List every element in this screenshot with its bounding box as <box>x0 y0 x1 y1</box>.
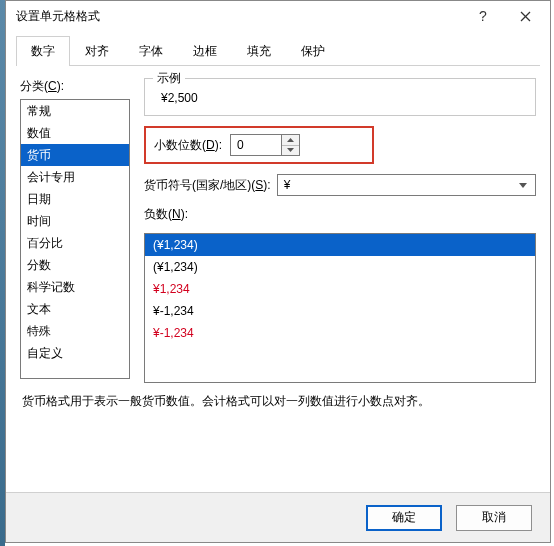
spinner-down-button[interactable] <box>282 145 299 156</box>
decimal-places-row: 小数位数(D): <box>144 126 374 164</box>
decimal-places-spinner[interactable] <box>230 134 300 156</box>
category-item[interactable]: 货币 <box>21 144 129 166</box>
tab-2[interactable]: 字体 <box>124 36 178 66</box>
tabstrip: 数字对齐字体边框填充保护 <box>16 31 540 66</box>
dialog-footer: 确定 取消 <box>6 492 550 542</box>
negative-format-item[interactable]: ¥1,234 <box>145 278 535 300</box>
ok-button[interactable]: 确定 <box>366 505 442 531</box>
negative-format-item[interactable]: ¥-1,234 <box>145 322 535 344</box>
tab-1[interactable]: 对齐 <box>70 36 124 66</box>
sample-label: 示例 <box>153 70 185 87</box>
category-item[interactable]: 百分比 <box>21 232 129 254</box>
negative-format-item[interactable]: ¥-1,234 <box>145 300 535 322</box>
close-button[interactable] <box>504 2 546 30</box>
tab-4[interactable]: 填充 <box>232 36 286 66</box>
decimal-places-label: 小数位数(D): <box>154 137 222 154</box>
chevron-up-icon <box>287 138 294 142</box>
decimal-places-input[interactable] <box>231 135 281 155</box>
negative-format-item[interactable]: (¥1,234) <box>145 256 535 278</box>
category-item[interactable]: 自定义 <box>21 342 129 364</box>
category-item[interactable]: 常规 <box>21 100 129 122</box>
negative-numbers-label: 负数(N): <box>144 206 536 223</box>
format-cells-dialog: 设置单元格格式 ? 数字对齐字体边框填充保护 分类(C): 常规数值货币会计专用… <box>5 0 551 543</box>
negative-numbers-list[interactable]: (¥1,234)(¥1,234)¥1,234¥-1,234¥-1,234 <box>144 233 536 383</box>
chevron-down-icon <box>287 148 294 152</box>
cancel-button[interactable]: 取消 <box>456 505 532 531</box>
svg-marker-2 <box>287 138 294 142</box>
tab-5[interactable]: 保护 <box>286 36 340 66</box>
svg-marker-3 <box>287 148 294 152</box>
category-item[interactable]: 科学记数 <box>21 276 129 298</box>
category-item[interactable]: 数值 <box>21 122 129 144</box>
format-description: 货币格式用于表示一般货币数值。会计格式可以对一列数值进行小数点对齐。 <box>20 383 536 410</box>
tab-3[interactable]: 边框 <box>178 36 232 66</box>
sample-value: ¥2,500 <box>155 83 525 105</box>
category-item[interactable]: 时间 <box>21 210 129 232</box>
tab-0[interactable]: 数字 <box>16 36 70 66</box>
spinner-up-button[interactable] <box>282 135 299 145</box>
category-item[interactable]: 会计专用 <box>21 166 129 188</box>
help-icon: ? <box>479 8 487 24</box>
category-label: 分类(C): <box>20 78 130 95</box>
category-item[interactable]: 分数 <box>21 254 129 276</box>
category-item[interactable]: 特殊 <box>21 320 129 342</box>
chevron-down-icon <box>515 183 531 188</box>
category-item[interactable]: 日期 <box>21 188 129 210</box>
negative-format-item[interactable]: (¥1,234) <box>145 234 535 256</box>
dialog-body: 分类(C): 常规数值货币会计专用日期时间百分比分数科学记数文本特殊自定义 示例… <box>6 66 550 492</box>
category-list[interactable]: 常规数值货币会计专用日期时间百分比分数科学记数文本特殊自定义 <box>20 99 130 379</box>
close-icon <box>520 11 531 22</box>
svg-marker-4 <box>519 183 527 188</box>
help-button[interactable]: ? <box>462 2 504 30</box>
sample-box: 示例 ¥2,500 <box>144 78 536 116</box>
currency-symbol-label: 货币符号(国家/地区)(S): <box>144 177 271 194</box>
titlebar: 设置单元格格式 ? <box>6 1 550 31</box>
currency-symbol-value: ¥ <box>284 178 291 192</box>
category-item[interactable]: 文本 <box>21 298 129 320</box>
currency-symbol-select[interactable]: ¥ <box>277 174 536 196</box>
dialog-title: 设置单元格格式 <box>16 8 100 25</box>
